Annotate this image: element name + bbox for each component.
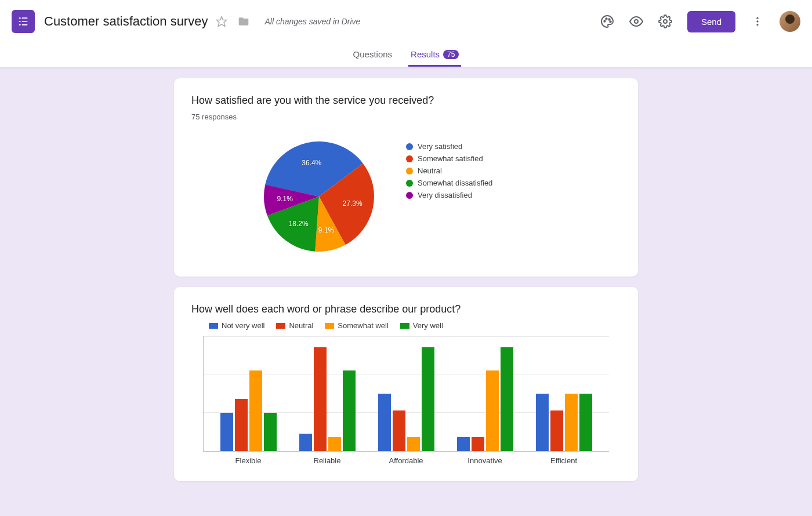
bar	[299, 434, 312, 451]
settings-icon[interactable]	[654, 10, 677, 33]
bar-legend-swatch-icon	[276, 323, 285, 329]
bar-category-label: Affordable	[367, 456, 445, 465]
svg-point-13	[756, 17, 758, 19]
svg-point-15	[756, 24, 758, 26]
bar-category-label: Innovative	[445, 456, 524, 465]
save-status: All changes saved in Drive	[264, 17, 360, 26]
svg-rect-0	[19, 17, 21, 19]
svg-point-11	[635, 20, 638, 23]
legend-item: Somewhat dissatisfied	[406, 179, 492, 187]
preview-icon[interactable]	[625, 10, 648, 33]
bar-legend-swatch-icon	[400, 323, 409, 329]
bar-category-label: Flexible	[209, 456, 288, 465]
legend-item: Somewhat satisfied	[406, 154, 492, 163]
bar-legend-swatch-icon	[325, 323, 334, 329]
bar	[550, 410, 563, 451]
legend-label: Very satisfied	[418, 142, 462, 151]
bar-legend-swatch-icon	[209, 323, 218, 329]
bar-legend-item: Somewhat well	[325, 321, 388, 330]
bar	[393, 410, 405, 451]
svg-rect-3	[22, 21, 28, 22]
question-1-title: How satisfied are you with the service y…	[191, 95, 621, 107]
tab-questions-label: Questions	[353, 49, 393, 59]
question-card-2: How well does each word or phrase descri…	[174, 287, 638, 481]
bar	[457, 437, 470, 451]
bar-group	[288, 336, 367, 451]
results-count-badge: 75	[443, 50, 459, 59]
account-avatar[interactable]	[780, 11, 800, 32]
bar	[264, 413, 277, 451]
legend-swatch-icon	[406, 180, 413, 187]
pie-chart: 36.4%27.3%9.1%18.2%9.1%	[261, 139, 377, 255]
legend-label: Neutral	[418, 166, 442, 175]
bar	[536, 394, 549, 452]
more-menu-icon[interactable]	[746, 10, 769, 33]
bar-legend-label: Somewhat well	[338, 321, 388, 330]
question-card-1: How satisfied are you with the service y…	[174, 78, 638, 277]
legend-swatch-icon	[406, 143, 413, 150]
svg-point-14	[756, 20, 758, 22]
bar-legend-label: Very well	[413, 321, 443, 330]
bar-legend-label: Not very well	[222, 321, 264, 330]
legend-item: Very satisfied	[406, 142, 492, 151]
legend-item: Neutral	[406, 166, 492, 175]
bar	[378, 394, 391, 452]
question-2-title: How well does each word or phrase descri…	[191, 303, 621, 315]
svg-point-8	[606, 18, 607, 19]
bar-group	[524, 336, 603, 451]
bar-category-label: Efficient	[524, 456, 603, 465]
folder-icon[interactable]	[235, 13, 252, 30]
bar	[486, 370, 499, 451]
bar-group	[445, 336, 524, 451]
legend-item: Very dissatisfied	[406, 191, 492, 199]
pie-slice-label: 18.2%	[289, 220, 309, 228]
bar-plot	[203, 336, 609, 452]
svg-point-10	[610, 21, 611, 22]
svg-rect-1	[22, 17, 28, 19]
content-area: How satisfied are you with the service y…	[0, 68, 812, 481]
bar-category-labels: FlexibleReliableAffordableInnovativeEffi…	[203, 456, 609, 465]
bar	[501, 347, 513, 451]
bar-legend: Not very wellNeutralSomewhat wellVery we…	[203, 321, 609, 330]
bar-legend-label: Neutral	[289, 321, 313, 330]
bar-legend-item: Very well	[400, 321, 443, 330]
bar-legend-item: Neutral	[276, 321, 313, 330]
tab-results[interactable]: Results 75	[408, 43, 461, 67]
tab-questions[interactable]: Questions	[351, 43, 395, 67]
pie-legend: Very satisfiedSomewhat satisfiedNeutralS…	[406, 142, 492, 199]
bar-group	[209, 336, 288, 451]
tabs: Questions Results 75	[12, 43, 800, 67]
pie-slice-label: 36.4%	[302, 159, 321, 167]
app-root: Customer satisfaction survey All changes…	[0, 0, 812, 516]
pie-slice-label: 9.1%	[318, 226, 334, 234]
star-icon[interactable]	[213, 13, 230, 30]
bar-group	[367, 336, 446, 451]
bar-legend-item: Not very well	[209, 321, 264, 330]
bar	[422, 347, 434, 451]
bar-chart: Not very wellNeutralSomewhat wellVery we…	[191, 321, 621, 465]
bar	[249, 370, 262, 451]
svg-point-12	[664, 20, 667, 23]
document-title[interactable]: Customer satisfaction survey	[44, 14, 208, 29]
bar	[565, 394, 578, 452]
send-button[interactable]: Send	[687, 11, 735, 32]
tab-results-label: Results	[411, 49, 440, 59]
legend-label: Somewhat satisfied	[418, 154, 483, 163]
topbar: Customer satisfaction survey All changes…	[0, 0, 812, 68]
svg-point-9	[608, 19, 610, 20]
question-1-responses: 75 responses	[191, 112, 621, 121]
bar	[220, 413, 233, 451]
legend-swatch-icon	[406, 168, 413, 175]
bar-category-label: Reliable	[288, 456, 367, 465]
bar	[472, 437, 484, 451]
bar	[579, 394, 592, 452]
forms-logo-icon[interactable]	[12, 10, 35, 33]
svg-marker-6	[217, 17, 227, 27]
legend-swatch-icon	[406, 192, 413, 199]
bar	[343, 370, 356, 451]
pie-slice-label: 9.1%	[277, 195, 293, 203]
bar	[407, 437, 420, 451]
topbar-row: Customer satisfaction survey All changes…	[12, 0, 800, 43]
customize-theme-icon[interactable]	[596, 10, 619, 33]
svg-rect-5	[22, 24, 28, 26]
